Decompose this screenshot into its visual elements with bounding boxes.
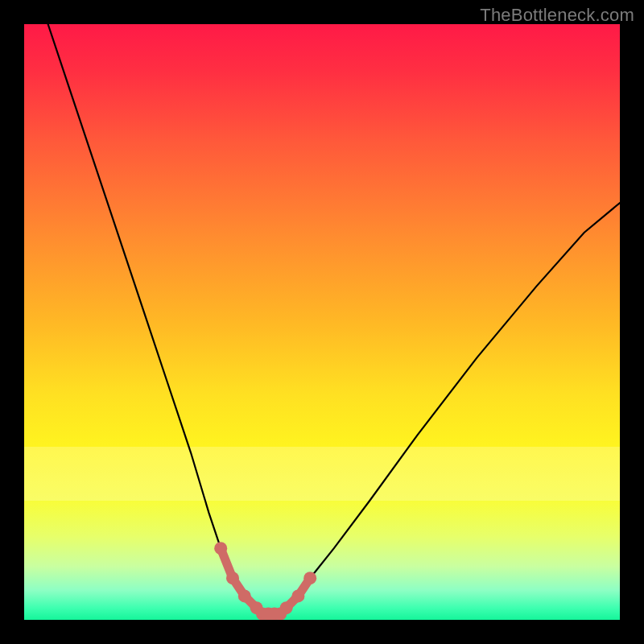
watermark-text: TheBottleneck.com	[480, 5, 634, 26]
chart-svg	[24, 24, 620, 620]
chart-stage: TheBottleneck.com	[0, 0, 644, 644]
bottom-dots-connector	[221, 548, 310, 613]
bottleneck-curve	[48, 24, 620, 614]
chart-plot-area	[24, 24, 620, 620]
